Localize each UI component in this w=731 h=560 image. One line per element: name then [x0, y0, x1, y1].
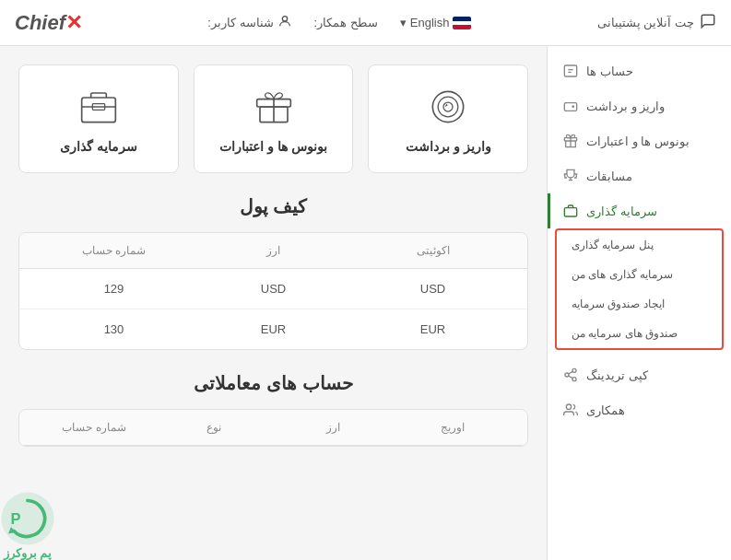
invest-submenu: پنل سرمایه گذاری سرمایه گذاری های من ایج… [555, 228, 724, 350]
wallet-table: شماره حساب ارز اکوئیتی 129 USD USD 130 E… [18, 232, 528, 350]
my-funds-label: صندوق های سرمایه من [572, 327, 678, 340]
sidebar-item-cooperation[interactable]: همکاری [548, 392, 731, 427]
header: چت آنلاین پشتیبانی شناسه کاربر: سطح همکا… [0, 0, 731, 46]
account-icon [562, 63, 579, 79]
card-bonuses[interactable]: بونوس ها و اعتبارات [194, 64, 354, 173]
sidebar-sub-invest-panel[interactable]: پنل سرمایه گذاری [557, 230, 722, 260]
wallet-col-account: شماره حساب [34, 240, 194, 261]
sidebar-label-competitions: مسابقات [586, 169, 632, 183]
svg-point-10 [566, 404, 571, 409]
briefcase-icon [562, 203, 579, 219]
flag-icon [453, 17, 471, 29]
wallet-row-1[interactable]: 130 EUR EUR [19, 309, 527, 349]
svg-line-8 [569, 376, 573, 379]
content-area: سرمایه گذاری بونوس ها و اعتبارات [0, 46, 547, 560]
chat-label: چت آنلاین پشتیبانی [597, 16, 694, 29]
header-nav: شناسه کاربر: سطح همکار: English ▾ [207, 14, 471, 31]
copy-icon [562, 367, 579, 383]
sidebar-sub-create-fund[interactable]: ایجاد صندوق سرمایه [557, 289, 722, 319]
trading-accounts-title: حساب های معاملاتی [18, 372, 528, 394]
deposit-card-icon [425, 84, 471, 130]
user-icon [277, 14, 292, 31]
logo-x: ✕ [65, 11, 82, 34]
watermark-text-label: پم بروکرز [4, 546, 53, 560]
wallet-account-0: 129 [34, 278, 194, 299]
bonuses-card-icon [251, 84, 297, 130]
wallet-currency-1: EUR [194, 319, 353, 340]
wallet-row-0[interactable]: 129 USD USD [19, 269, 527, 309]
bonuses-card-label: بونوس ها و اعتبارات [219, 139, 327, 154]
wallet-equity-1: EUR [353, 319, 513, 340]
wallet-account-1: 130 [34, 319, 194, 340]
chat-icon [700, 13, 716, 32]
svg-text:P: P [10, 510, 20, 527]
svg-point-0 [282, 17, 287, 21]
sidebar-label-copy-trading: کپی تریدینگ [586, 368, 648, 382]
watermark-logo: P پم بروکرز [0, 491, 55, 560]
top-cards: سرمایه گذاری بونوس ها و اعتبارات [18, 64, 528, 173]
svg-point-2 [572, 106, 573, 107]
logo-chief: Chief [15, 11, 65, 34]
user-profile[interactable]: شناسه کاربر: [207, 14, 291, 31]
trading-col-type: نوع [154, 417, 274, 438]
trading-accounts-table: شماره حساب نوع ارز اوریج [18, 409, 528, 447]
create-fund-label: ایجاد صندوق سرمایه [572, 298, 665, 310]
trading-header: شماره حساب نوع ارز اوریج [19, 410, 527, 446]
wallet-title: کیف پول [18, 195, 528, 217]
sidebar: حساب ها واریز و برداشت بونوس ها و اعتبار… [547, 46, 731, 560]
cooperation-icon [562, 402, 579, 418]
logo[interactable]: ✕Chief [15, 11, 82, 35]
svg-point-19 [443, 102, 453, 111]
trading-col-account: شماره حساب [34, 417, 154, 438]
card-invest[interactable]: سرمایه گذاری [18, 64, 179, 173]
sidebar-item-invest[interactable]: سرمایه گذاری [548, 193, 731, 228]
wallet-col-currency: ارز [194, 240, 353, 261]
sidebar-sub-my-investments[interactable]: سرمایه گذاری های من [557, 260, 722, 289]
wallet-col-equity: اکوئیتی [353, 240, 513, 261]
card-deposit[interactable]: واریز و برداشت [368, 64, 528, 173]
deposit-card-label: واریز و برداشت [406, 139, 491, 154]
trophy-icon [562, 168, 579, 184]
sidebar-item-competitions[interactable]: مسابقات [548, 158, 731, 193]
my-investments-label: سرمایه گذاری های من [572, 268, 673, 281]
watermark-icon-svg: P [0, 491, 55, 546]
sidebar-label-bonuses: بونوس ها و اعتبارات [586, 134, 690, 148]
sidebar-label-cooperation: همکاری [586, 403, 625, 417]
sidebar-label-deposit: واریز و برداشت [586, 99, 665, 113]
wallet-icon [562, 98, 579, 114]
svg-point-5 [572, 368, 576, 372]
svg-point-6 [565, 373, 569, 377]
svg-point-17 [433, 91, 464, 122]
partner-level[interactable]: سطح همکار: [314, 16, 378, 29]
chevron-down-icon: ▾ [400, 16, 407, 29]
user-profile-label: شناسه کاربر: [207, 16, 273, 29]
sidebar-sub-my-funds[interactable]: صندوق های سرمایه من [557, 319, 722, 348]
sidebar-item-bonuses[interactable]: بونوس ها و اعتبارات [548, 123, 731, 158]
wallet-header: شماره حساب ارز اکوئیتی [19, 233, 527, 269]
main-layout: حساب ها واریز و برداشت بونوس ها و اعتبار… [0, 46, 731, 560]
active-indicator [548, 193, 550, 228]
svg-point-18 [438, 97, 458, 117]
invest-card-label: سرمایه گذاری [60, 139, 137, 154]
sidebar-item-copy-trading[interactable]: کپی تریدینگ [548, 357, 731, 392]
language-selector[interactable]: English ▾ [400, 16, 472, 29]
svg-rect-1 [564, 65, 576, 76]
invest-card-icon [76, 84, 122, 130]
watermark: P پم بروکرز [0, 491, 55, 560]
gift-icon [562, 133, 579, 149]
sidebar-item-accounts[interactable]: حساب ها [548, 53, 731, 88]
sidebar-label-accounts: حساب ها [586, 64, 633, 78]
sidebar-label-invest: سرمایه گذاری [586, 204, 657, 218]
trading-col-currency: ارز [274, 417, 394, 438]
svg-point-7 [572, 378, 576, 381]
invest-panel-label: پنل سرمایه گذاری [572, 239, 654, 251]
language-label: English [410, 16, 450, 29]
trading-col-origin: اوریج [393, 417, 513, 438]
chat-support[interactable]: چت آنلاین پشتیبانی [597, 13, 716, 32]
wallet-equity-0: USD [353, 278, 513, 299]
svg-rect-4 [564, 208, 576, 216]
partner-level-label: سطح همکار: [314, 16, 378, 29]
sidebar-item-deposit[interactable]: واریز و برداشت [548, 88, 731, 123]
wallet-currency-0: USD [194, 278, 353, 299]
svg-line-9 [569, 371, 573, 374]
